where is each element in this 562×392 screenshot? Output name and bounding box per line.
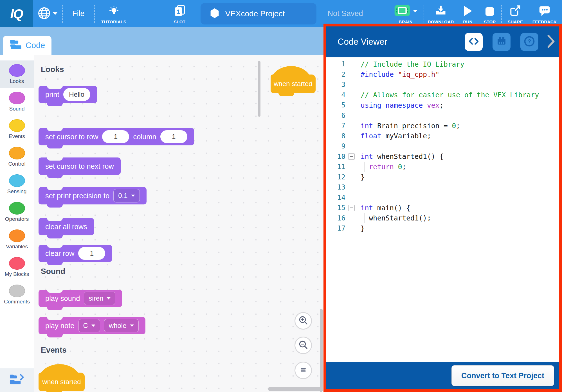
block-dropdown[interactable]: C: [78, 319, 100, 332]
vexcode-iq-app: IQ File TUTORIALS 1 SLOT VEXcode Project…: [0, 0, 562, 392]
dropdown-value: whole: [109, 322, 127, 330]
code-viewer-header: Code Viewer ?: [326, 26, 559, 57]
blocks-workspace[interactable]: LooksprintHelloset cursor to row1column1…: [34, 55, 323, 392]
line-number: 13: [330, 183, 345, 191]
zoom-out-icon: [298, 340, 308, 351]
line-number: 12: [330, 173, 345, 181]
sidebar-item-sensing[interactable]: Sensing: [0, 171, 34, 198]
sidebar-item-looks[interactable]: Looks: [0, 60, 34, 88]
zoom-reset-icon: [298, 365, 308, 376]
category-dot: [9, 229, 25, 242]
line-number: 9: [330, 142, 345, 150]
sidebar-item-variables[interactable]: Variables: [0, 226, 34, 253]
category-dot: [9, 147, 25, 159]
file-menu-button[interactable]: File: [63, 0, 94, 27]
run-button[interactable]: RUN: [457, 0, 478, 27]
line-number: 2: [330, 71, 345, 78]
category-label: Sound: [9, 106, 25, 112]
brain-view-button[interactable]: [493, 33, 511, 51]
zoom-reset-button[interactable]: [295, 362, 312, 379]
sidebar-item-control[interactable]: Control: [0, 143, 34, 171]
share-button[interactable]: SHARE: [502, 0, 529, 27]
code-line: 3: [330, 80, 559, 90]
sidebar-item-my-blocks[interactable]: My Blocks: [0, 253, 34, 281]
hexagon-icon: [210, 8, 219, 20]
code-text: int Brain_precision = 0;: [357, 122, 460, 130]
block-value-input[interactable]: 1: [160, 130, 187, 143]
palette-block-clear-all-rows[interactable]: clear all rows: [39, 218, 94, 235]
block-dropdown[interactable]: whole: [104, 319, 139, 332]
sidebar-item-events[interactable]: Events: [0, 116, 34, 143]
category-dot: [9, 64, 25, 77]
palette-section-title-events: Events: [41, 345, 67, 355]
project-title-pill[interactable]: VEXcode Project: [201, 3, 316, 24]
convert-to-text-button[interactable]: Convert to Text Project: [451, 365, 554, 386]
code-fold-toggle[interactable]: [348, 205, 355, 211]
zoom-out-button[interactable]: [295, 337, 312, 354]
palette-block-set-cursor-to-row-1-column-1[interactable]: set cursor to row1column1: [39, 128, 194, 145]
block-label: when started: [42, 378, 81, 386]
palette-vertical-scrollbar[interactable]: [258, 61, 260, 117]
block-value-input[interactable]: 1: [78, 247, 105, 260]
tab-code[interactable]: Code: [3, 36, 51, 55]
category-label: My Blocks: [5, 271, 29, 277]
code-line: 16 whenStarted1();: [330, 213, 559, 224]
stop-button[interactable]: STOP: [478, 0, 501, 27]
indent-guide: [364, 162, 365, 172]
sidebar-item-comments[interactable]: Comments: [0, 281, 34, 308]
code-viewer-title: Code Viewer: [338, 37, 387, 47]
code-line: 10int whenStarted1() {: [330, 152, 559, 162]
line-number: 8: [330, 132, 345, 140]
brain-icon: [394, 4, 410, 18]
canvas-when-started-block[interactable]: when started: [271, 75, 316, 93]
block-value-input[interactable]: Hello: [63, 88, 90, 101]
code-fold-toggle[interactable]: [348, 153, 355, 160]
canvas-horizontal-scrollbar[interactable]: [268, 387, 322, 391]
canvas-vertical-scrollbar[interactable]: [320, 309, 323, 392]
feedback-button[interactable]: FEEDBACK: [529, 0, 560, 27]
palette-block-play-sound-siren[interactable]: play soundsiren: [39, 290, 122, 307]
category-label: Comments: [4, 299, 30, 305]
code-text: int main() {: [357, 204, 410, 212]
collapse-panel-button[interactable]: [547, 35, 555, 49]
block-value-input[interactable]: 1: [102, 130, 129, 143]
category-dot: [9, 202, 25, 215]
palette-block-set-print-precision-to-0-1[interactable]: set print precision to0.1: [39, 187, 147, 204]
palette-section-title-sound: Sound: [41, 267, 65, 276]
line-number: 5: [330, 101, 345, 109]
language-button[interactable]: [33, 0, 62, 27]
tutorials-button[interactable]: TUTORIALS: [95, 0, 133, 27]
palette-block-clear-row-1[interactable]: clear row1: [39, 245, 112, 262]
download-button[interactable]: DOWNLOAD: [424, 0, 457, 27]
sidebar-item-sound[interactable]: Sound: [0, 88, 34, 116]
category-label: Sensing: [7, 188, 27, 195]
stop-icon: [485, 6, 495, 18]
block-label: clear row: [45, 249, 74, 258]
chevron-down-icon: [131, 195, 135, 197]
brain-button[interactable]: BRAIN: [388, 0, 424, 27]
palette-block-set-cursor-to-next-row[interactable]: set cursor to next row: [39, 157, 121, 175]
zoom-in-button[interactable]: [295, 312, 312, 330]
block-label: play sound: [45, 294, 80, 303]
code-line: 1// Include the IQ Library: [330, 59, 559, 69]
slot-button[interactable]: 1 SLOT: [166, 0, 193, 27]
code-view-button[interactable]: [465, 33, 483, 51]
code-editor[interactable]: 1// Include the IQ Library2#include "iq_…: [326, 57, 559, 362]
code-text: return 0;: [357, 163, 406, 171]
iq-logo[interactable]: IQ: [0, 0, 33, 27]
sidebar-item-operators[interactable]: Operators: [0, 198, 34, 226]
palette-block-when-started[interactable]: when started: [39, 373, 85, 391]
block-dropdown[interactable]: 0.1: [113, 189, 140, 202]
collapse-palette-button[interactable]: [0, 368, 34, 392]
palette-block-play-note-c-whole[interactable]: play noteCwhole: [39, 317, 145, 334]
block-dropdown[interactable]: siren: [84, 292, 115, 305]
code-brackets-icon: [469, 38, 479, 46]
category-sidebar: LooksSoundEventsControlSensingOperatorsV…: [0, 55, 34, 392]
palette-block-print-hello[interactable]: printHello: [39, 86, 97, 103]
chevron-down-icon: [413, 10, 417, 12]
code-line: 12}: [330, 172, 559, 183]
code-line: 8float myVariable;: [330, 131, 559, 141]
toolbar-right-group: BRAIN DOWNLOAD RUN STOP SHARE F: [388, 0, 562, 27]
help-button[interactable]: ?: [520, 33, 538, 51]
blocks-arrow-icon: [9, 373, 25, 387]
